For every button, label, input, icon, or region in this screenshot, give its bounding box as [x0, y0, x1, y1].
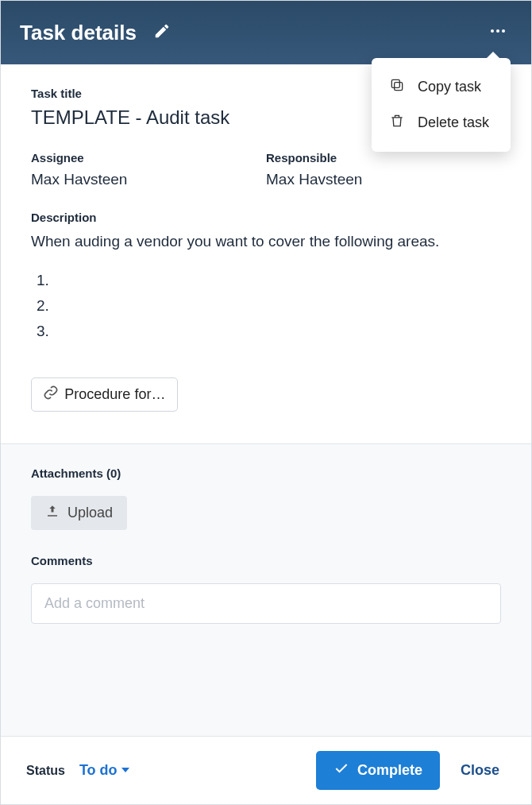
pencil-icon — [153, 22, 171, 43]
menu-item-delete-task[interactable]: Delete task — [372, 105, 511, 141]
close-label: Close — [461, 762, 499, 778]
svg-point-1 — [496, 29, 499, 33]
more-options-menu: Copy task Delete task — [372, 58, 511, 152]
status-label: Status — [26, 764, 65, 778]
attachments-label: Attachments (0) — [31, 466, 501, 480]
status-dropdown[interactable]: To do — [79, 762, 130, 779]
trash-icon — [389, 113, 405, 133]
responsible-label: Responsible — [266, 151, 501, 164]
description-label: Description — [31, 211, 501, 224]
panel-title: Task details — [20, 21, 137, 45]
procedure-link-chip[interactable]: Procedure for … — [31, 377, 178, 412]
menu-item-copy-task[interactable]: Copy task — [372, 69, 511, 105]
svg-rect-4 — [391, 79, 399, 87]
link-icon — [43, 385, 58, 404]
svg-point-2 — [502, 29, 505, 33]
more-horizontal-icon — [488, 21, 507, 44]
assignee-value: Max Havsteen — [31, 171, 266, 188]
edit-title-button[interactable] — [151, 21, 173, 44]
upload-label: Upload — [67, 505, 113, 521]
description-text: When auding a vendor you want to cover t… — [31, 230, 501, 253]
menu-item-label: Delete task — [418, 114, 489, 131]
svg-point-0 — [491, 29, 494, 33]
panel-footer: Status To do Complete Close — [1, 736, 531, 804]
complete-button[interactable]: Complete — [316, 751, 440, 790]
assignee-label: Assignee — [31, 151, 266, 164]
responsible-value: Max Havsteen — [266, 171, 501, 188]
svg-rect-3 — [395, 83, 403, 91]
status-value: To do — [79, 762, 118, 779]
copy-icon — [389, 77, 405, 97]
lower-section: Attachments (0) Upload Comments — [1, 443, 531, 736]
link-chip-label: Procedure for … — [64, 386, 166, 403]
comment-input[interactable] — [31, 583, 501, 624]
list-item — [53, 293, 501, 319]
list-item — [53, 268, 501, 293]
upload-icon — [45, 504, 60, 522]
description-list — [53, 268, 501, 345]
complete-label: Complete — [357, 762, 422, 779]
upload-button[interactable]: Upload — [31, 496, 127, 530]
caret-down-icon — [121, 762, 130, 779]
comments-label: Comments — [31, 554, 501, 567]
task-details-panel: Task details Copy task Delete tas — [0, 0, 532, 805]
list-item — [53, 319, 501, 344]
panel-header: Task details Copy task Delete tas — [1, 1, 531, 64]
check-icon — [333, 760, 349, 780]
close-button[interactable]: Close — [454, 756, 506, 785]
menu-item-label: Copy task — [418, 79, 481, 95]
more-options-button[interactable] — [484, 18, 512, 47]
